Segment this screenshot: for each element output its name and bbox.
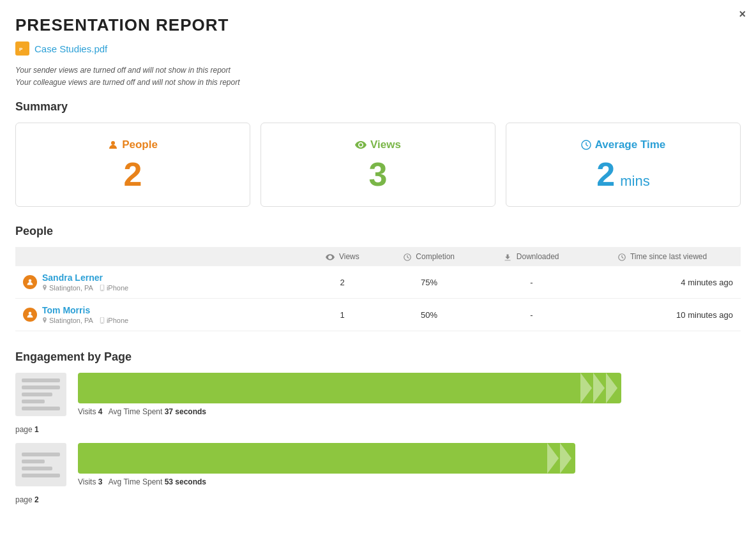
notices-block: Your sender views are turned off and wil… xyxy=(15,64,741,89)
eye-icon xyxy=(355,141,367,149)
card-label-views: Views xyxy=(355,139,401,151)
device-1: iPhone xyxy=(100,284,128,292)
person-avatar-icon-2 xyxy=(26,311,34,318)
page-row-2: Visits 3 Avg Time Spent 53 seconds xyxy=(15,443,741,486)
arrow-1 xyxy=(580,373,592,403)
download-col-icon xyxy=(504,253,511,261)
arrow-2 xyxy=(560,443,571,474)
avg-time-2: 53 seconds xyxy=(165,477,206,486)
avatar-2 xyxy=(23,308,37,322)
file-link[interactable]: P Case Studies.pdf xyxy=(15,41,741,56)
page-label-2: page 2 xyxy=(15,495,741,504)
clock-icon xyxy=(581,140,591,150)
completion-2: 50% xyxy=(379,299,479,331)
thumb-line xyxy=(22,467,52,470)
device-2: iPhone xyxy=(100,317,128,324)
person-avatar-icon xyxy=(26,278,34,286)
visits-1: 4 xyxy=(98,407,103,416)
people-title: People xyxy=(15,225,741,238)
svg-point-2 xyxy=(111,141,115,145)
bar-stats-1: Visits 4 Avg Time Spent 37 seconds xyxy=(78,407,741,416)
pin-icon-1 xyxy=(42,285,47,291)
summary-cards: People 2 Views 3 Average Time 2 mins xyxy=(15,123,741,207)
person-icon xyxy=(108,140,118,150)
pin-icon-2 xyxy=(42,317,47,324)
completion-col-icon xyxy=(404,253,411,261)
views-2: 1 xyxy=(305,299,379,331)
svg-point-15 xyxy=(29,312,32,315)
svg-point-14 xyxy=(102,289,102,290)
downloaded-2: - xyxy=(479,299,584,331)
svg-line-11 xyxy=(622,257,623,259)
card-value-views: 3 xyxy=(369,158,388,191)
arrow-2 xyxy=(593,373,605,403)
thumb-line xyxy=(22,460,45,463)
time-since-1: 4 minutes ago xyxy=(584,266,741,299)
page-label-1: page 1 xyxy=(15,425,741,434)
time-col-icon xyxy=(618,253,626,261)
bar-arrows-2 xyxy=(547,443,575,474)
thumb-line xyxy=(22,378,60,382)
people-section: People Views Completion xyxy=(15,225,741,331)
engagement-bar-1 xyxy=(78,373,621,403)
people-table: Views Completion Downloaded xyxy=(15,247,741,331)
location-1: Slatington, PA xyxy=(42,284,93,292)
engagement-title: Engagement by Page xyxy=(15,350,741,364)
thumb-line xyxy=(22,393,52,396)
phone-icon-1 xyxy=(100,285,105,292)
summary-card-views: Views 3 xyxy=(261,123,495,207)
location-2: Slatington, PA xyxy=(42,317,93,324)
card-unit-avg-time: mins xyxy=(620,173,649,190)
close-button[interactable]: × xyxy=(739,8,746,21)
time-since-2: 10 minutes ago xyxy=(584,299,741,331)
notice-2: Your colleague views are turned off and … xyxy=(15,77,741,89)
page-thumbnail-2 xyxy=(15,443,66,486)
svg-text:P: P xyxy=(19,47,23,52)
col-header-downloaded: Downloaded xyxy=(479,247,584,266)
person-meta-1: Slatington, PA iPhone xyxy=(42,284,128,292)
completion-1: 75% xyxy=(379,266,479,299)
person-meta-2: Slatington, PA iPhone xyxy=(42,317,128,324)
views-1: 2 xyxy=(305,266,379,299)
person-info-1: Sandra Lerner Slatington, PA iPhone xyxy=(15,266,305,299)
table-row: Tom Morris Slatington, PA iPhone xyxy=(15,299,741,331)
thumb-line xyxy=(22,400,45,403)
card-label-avg-time: Average Time xyxy=(581,139,666,151)
arrow-1 xyxy=(547,443,559,474)
person-info-2: Tom Morris Slatington, PA iPhone xyxy=(15,299,305,331)
page-bar-area-1: Visits 4 Avg Time Spent 37 seconds xyxy=(78,373,741,416)
svg-point-17 xyxy=(102,322,102,322)
thumb-line xyxy=(22,474,60,477)
card-label-people: People xyxy=(108,139,158,151)
avatar-1 xyxy=(23,275,37,289)
file-icon: P xyxy=(15,41,29,56)
svg-line-5 xyxy=(586,145,588,146)
avg-time-1: 37 seconds xyxy=(165,407,206,416)
person-name-1[interactable]: Sandra Lerner xyxy=(42,273,128,283)
summary-card-avg-time: Average Time 2 mins xyxy=(506,123,741,207)
table-row: Sandra Lerner Slatington, PA iPhone xyxy=(15,266,741,299)
col-header-name xyxy=(15,247,305,266)
notice-1: Your sender views are turned off and wil… xyxy=(15,64,741,77)
visits-2: 3 xyxy=(98,477,103,486)
phone-icon-2 xyxy=(100,317,105,324)
svg-line-8 xyxy=(407,257,409,259)
page-thumbnail-1 xyxy=(15,373,66,416)
person-name-2[interactable]: Tom Morris xyxy=(42,305,128,315)
card-value-people: 2 xyxy=(124,158,142,191)
file-name: Case Studies.pdf xyxy=(34,43,107,54)
downloaded-1: - xyxy=(479,266,584,299)
page-row-1: Visits 4 Avg Time Spent 37 seconds xyxy=(15,373,741,416)
thumb-line xyxy=(22,407,60,410)
summary-card-people: People 2 xyxy=(15,123,250,207)
col-header-views: Views xyxy=(305,247,379,266)
thumb-line xyxy=(22,386,60,389)
page-bar-area-2: Visits 3 Avg Time Spent 53 seconds xyxy=(78,443,741,486)
engagement-bar-2 xyxy=(78,443,575,474)
bar-arrows-1 xyxy=(580,373,621,403)
summary-title: Summary xyxy=(15,100,741,114)
arrow-3 xyxy=(606,373,617,403)
card-value-avg-time: 2 xyxy=(596,158,615,191)
bar-stats-2: Visits 3 Avg Time Spent 53 seconds xyxy=(78,477,741,486)
svg-point-12 xyxy=(29,280,32,283)
